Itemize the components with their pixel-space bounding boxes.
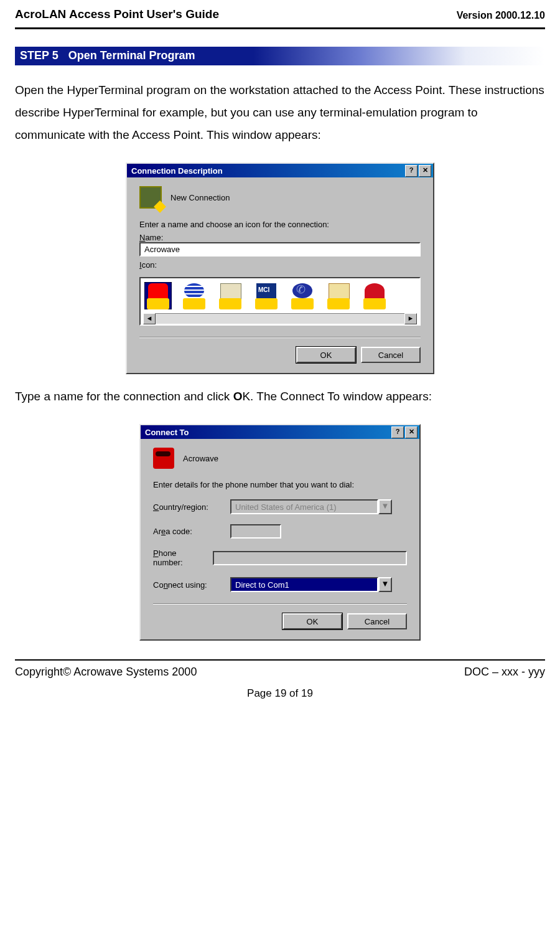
paragraph-2: Type a name for the connection and click… [15,385,545,408]
icon-option-note[interactable] [325,282,352,309]
country-label: Country/region: [153,502,223,512]
dropdown-arrow-icon: ▼ [378,499,392,514]
step-title: Open Terminal Program [65,47,195,65]
help-button[interactable]: ? [405,165,418,177]
connect-using-row: Connect using: Direct to Com1 ▼ [153,577,407,592]
icon-strip[interactable] [143,281,417,313]
step-heading: STEP 5 Open Terminal Program [15,47,545,65]
page-number: Page 19 of 19 [15,687,545,700]
close-button[interactable]: ✕ [419,165,431,177]
icon-picker: ◄ ► [139,277,421,326]
ok-button[interactable]: OK [282,613,342,629]
computer-connection-icon [139,186,162,209]
doc-number: DOC – xxx - yyy [464,666,545,679]
dialog2-separator [153,603,407,605]
help-button[interactable]: ? [391,426,404,438]
area-code-input [230,524,281,539]
dialog1-prompt: Enter a name and choose an icon for the … [139,220,421,229]
ok-button[interactable]: OK [296,347,356,363]
connection-name-row: Acrowave [153,448,407,469]
dialog1-wrap: Connection Description ? ✕ New Connectio… [15,162,545,374]
paragraph-1: Open the HyperTerminal program on the wo… [15,79,545,146]
icon-option-globe[interactable] [180,282,208,309]
icon-label: Icon: [139,260,421,270]
dialog1-body: New Connection Enter a name and choose a… [127,177,433,373]
dialog2-title: Connect To [142,428,390,437]
dialog1-separator [139,337,421,338]
new-connection-row: New Connection [139,186,421,209]
footer-row: Copyright© Acrowave Systems 2000 DOC – x… [15,666,545,679]
connect-using-select[interactable]: Direct to Com1 ▼ [230,577,392,592]
icon-option-building[interactable] [217,282,244,309]
dialog2-body: Acrowave Enter details for the phone num… [141,439,419,639]
cancel-button[interactable]: Cancel [347,613,407,629]
name-input[interactable] [139,242,421,257]
phone-number-label: Phone number: [153,548,205,567]
connect-to-dialog: Connect To ? ✕ Acrowave Enter details fo… [139,424,421,641]
dropdown-arrow-icon[interactable]: ▼ [378,577,392,592]
connect-using-value: Direct to Com1 [230,577,378,592]
document-page: AcroLAN Access Point User's Guide Versio… [0,0,560,932]
header-rule [15,27,545,29]
scroll-track[interactable] [156,313,404,324]
icon-option-umbrella[interactable] [361,282,388,309]
area-code-row: Area code: [153,524,407,539]
dialog2-titlebar[interactable]: Connect To ? ✕ [141,425,419,439]
dialog2-prompt: Enter details for the phone number that … [153,480,407,489]
step-number: STEP 5 [15,47,65,65]
copyright: Copyright© Acrowave Systems 2000 [15,666,197,679]
doc-title: AcroLAN Access Point User's Guide [15,7,219,21]
cancel-button[interactable]: Cancel [361,347,421,363]
name-label: Name: [139,233,421,242]
scroll-left-button[interactable]: ◄ [143,313,156,324]
dialog1-titlebar[interactable]: Connection Description ? ✕ [127,164,433,177]
phone-number-input [213,551,407,565]
icon-option-phone-red[interactable] [144,282,172,309]
scroll-right-button[interactable]: ► [404,313,417,324]
icon-option-mci[interactable] [253,282,280,309]
icon-picker-inner: ◄ ► [139,277,421,326]
dialog1-title: Connection Description [129,166,404,176]
dialog1-button-row: OK Cancel [139,347,421,363]
dialog2-wrap: Connect To ? ✕ Acrowave Enter details fo… [15,424,545,641]
country-select: United States of America (1) ▼ [230,499,392,514]
icon-option-globe-phone[interactable] [289,282,316,309]
dialog2-button-row: OK Cancel [153,613,407,629]
area-code-label: Area code: [153,527,223,536]
country-row: Country/region: United States of America… [153,499,407,514]
connection-name-label: Acrowave [183,454,218,463]
connect-using-label: Connect using: [153,580,223,590]
page-header: AcroLAN Access Point User's Guide Versio… [15,7,545,21]
doc-version: Version 2000.12.10 [457,10,545,21]
connection-description-dialog: Connection Description ? ✕ New Connectio… [126,162,434,374]
country-value: United States of America (1) [230,499,378,514]
icon-scrollbar[interactable]: ◄ ► [143,313,417,324]
close-button[interactable]: ✕ [405,426,418,438]
phone-number-row: Phone number: [153,548,407,567]
new-connection-label: New Connection [170,193,230,202]
phone-icon [153,448,174,469]
footer-rule [15,659,545,661]
